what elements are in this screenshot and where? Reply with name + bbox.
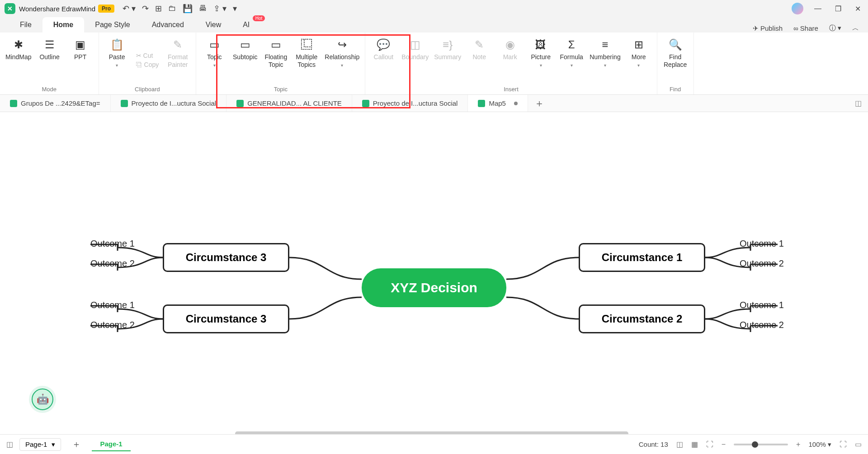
callout-button[interactable]: 💬Callout (369, 35, 398, 85)
dropdown-icon: ▾ (604, 63, 606, 68)
outcome-l0-1[interactable]: Outcome 2 (90, 258, 135, 269)
add-page-button[interactable]: ＋ (67, 436, 85, 452)
doctab-0[interactable]: Grupos De ...2429&ETag= (0, 95, 111, 112)
menu-view[interactable]: View (195, 17, 232, 33)
boundary-icon: ◫ (410, 38, 420, 51)
branch-left-0[interactable]: Circumstance 3 (163, 243, 289, 272)
minimize-button[interactable]: — (811, 3, 824, 14)
close-button[interactable]: ✕ (852, 3, 863, 15)
menu-file[interactable]: File (9, 17, 42, 33)
fit-page-button[interactable]: ⛶ (706, 440, 713, 449)
formula-button[interactable]: ΣFormula▾ (557, 35, 586, 85)
collapse-ribbon-button[interactable]: ︿ (852, 24, 859, 33)
boundary-button[interactable]: ◫Boundary (400, 35, 430, 85)
status-bar: ◫ Page-1 ▾ ＋ Page-1 Count: 13 ◫ ▦ ⛶ − + … (0, 434, 868, 454)
outcome-l0-0[interactable]: Outcome 1 (90, 239, 135, 249)
format-painter-button[interactable]: ✎Format Painter (163, 35, 192, 85)
doc-icon (478, 100, 485, 107)
ai-assistant-button[interactable]: 🤖 (32, 388, 53, 410)
zoom-in-button[interactable]: + (796, 440, 800, 449)
topic-button[interactable]: ▭Topic▾ (200, 35, 229, 85)
branch-right-0[interactable]: Circumstance 1 (579, 243, 705, 272)
multiple-topics-button[interactable]: ⿺Multiple Topics (292, 35, 321, 85)
pages-panel-button[interactable]: ◫ (6, 440, 13, 449)
outcome-r1-0[interactable]: Outcome 1 (740, 300, 784, 310)
export-button[interactable]: ⇪ ▾ (213, 4, 226, 14)
view-mode-2[interactable]: ▦ (691, 440, 698, 449)
note-button[interactable]: ✎Note (465, 35, 494, 85)
page-tab[interactable]: Page-1 (92, 437, 130, 451)
central-topic[interactable]: XYZ Decision (362, 268, 506, 307)
floating-topic-icon: ▭ (271, 38, 281, 51)
branch-left-1[interactable]: Circumstance 3 (163, 304, 289, 333)
menu-home[interactable]: Home (42, 17, 84, 33)
share-button[interactable]: ∞ Share (793, 24, 818, 32)
doctab-2[interactable]: GENERALIDAD... AL CLIENTE (226, 95, 352, 112)
page-selector[interactable]: Page-1 ▾ (19, 438, 61, 451)
relationship-button[interactable]: ↪Relationship▾ (323, 35, 361, 85)
subtopic-button[interactable]: ▭Subtopic (231, 35, 259, 85)
doctab-4[interactable]: Map5 (468, 95, 528, 112)
panel-toggle-button[interactable]: ◫ (855, 99, 868, 108)
open-button[interactable]: 🗀 (168, 4, 176, 14)
ppt-button[interactable]: ▣PPT (66, 35, 95, 85)
summary-button[interactable]: ≡}Summary (432, 35, 463, 85)
copy-icon: ⿻ (136, 61, 142, 68)
cut-button[interactable]: ✂Cut (133, 51, 162, 60)
new-button[interactable]: ⊞ (155, 4, 162, 14)
add-tab-button[interactable]: ＋ (528, 97, 551, 110)
note-icon: ✎ (475, 38, 484, 51)
zoom-thumb[interactable] (752, 441, 758, 448)
view-mode-1[interactable]: ◫ (676, 440, 683, 449)
help-button[interactable]: ⓘ ▾ (829, 24, 841, 33)
topic-icon: ▭ (209, 38, 220, 51)
qat-more-button[interactable]: ▾ (233, 4, 237, 14)
user-avatar[interactable] (792, 3, 803, 14)
doctab-1[interactable]: Proyecto de I...uctura Social (111, 95, 227, 112)
paste-button[interactable]: 📋Paste▾ (103, 35, 132, 85)
dropdown-icon: ▾ (540, 63, 542, 68)
find-group-label: Find (670, 85, 681, 93)
redo-button[interactable]: ↷ (142, 4, 149, 14)
menu-page-style[interactable]: Page Style (84, 17, 141, 33)
outcome-r1-1[interactable]: Outcome 2 (740, 320, 784, 330)
dropdown-icon: ▾ (213, 63, 216, 68)
ribbon-group-find: 🔍Find Replace Find (657, 33, 694, 94)
floating-topic-button[interactable]: ▭Floating Topic (261, 35, 290, 85)
quick-access-toolbar: ↶ ▾ ↷ ⊞ 🗀 💾 🖶 ⇪ ▾ ▾ (123, 4, 237, 14)
branch-right-1[interactable]: Circumstance 2 (579, 304, 705, 333)
subtopic-icon: ▭ (240, 38, 250, 51)
zoom-value[interactable]: 100% ▾ (808, 440, 831, 449)
zoom-out-button[interactable]: − (722, 440, 726, 449)
multiple-topics-icon: ⿺ (301, 38, 312, 51)
more-button[interactable]: ⊞More▾ (624, 35, 653, 85)
picture-button[interactable]: 🖼Picture▾ (526, 35, 555, 85)
save-button[interactable]: 💾 (183, 4, 193, 14)
menu-advanced[interactable]: Advanced (141, 17, 195, 33)
outcome-l1-0[interactable]: Outcome 1 (90, 300, 135, 310)
zoom-slider[interactable] (734, 444, 788, 445)
find-replace-button[interactable]: 🔍Find Replace (661, 35, 690, 85)
minimize-panel-button[interactable]: ▭ (855, 440, 862, 449)
document-tabs: Grupos De ...2429&ETag= Proyecto de I...… (0, 95, 868, 112)
outcome-r0-0[interactable]: Outcome 1 (740, 239, 784, 249)
copy-button[interactable]: ⿻Copy (133, 60, 162, 69)
outcome-l1-1[interactable]: Outcome 2 (90, 320, 135, 330)
mindmap-button[interactable]: ✱MindMap (4, 35, 33, 85)
ribbon-group-topic: ▭Topic▾ ▭Subtopic ▭Floating Topic ⿺Multi… (196, 33, 365, 94)
numbering-button[interactable]: ≡Numbering▾ (588, 35, 622, 85)
menu-bar: File Home Page Style Advanced View AI Ho… (0, 17, 868, 33)
paste-icon: 📋 (110, 38, 124, 51)
publish-button[interactable]: ✈ Publish (753, 24, 783, 33)
mark-button[interactable]: ◉Mark (495, 35, 524, 85)
outcome-r0-1[interactable]: Outcome 2 (740, 258, 784, 269)
menu-ai[interactable]: AI Hot (232, 17, 260, 33)
undo-button[interactable]: ↶ ▾ (123, 4, 136, 14)
maximize-button[interactable]: ❐ (832, 3, 844, 15)
fullscreen-button[interactable]: ⛶ (840, 440, 847, 449)
cut-icon: ✂ (136, 52, 142, 59)
print-button[interactable]: 🖶 (199, 4, 207, 14)
canvas[interactable]: XYZ Decision Circumstance 3 Circumstance… (0, 112, 868, 437)
outline-button[interactable]: ☰Outline (35, 35, 64, 85)
doctab-3[interactable]: Proyecto de I...uctura Social (352, 95, 468, 112)
